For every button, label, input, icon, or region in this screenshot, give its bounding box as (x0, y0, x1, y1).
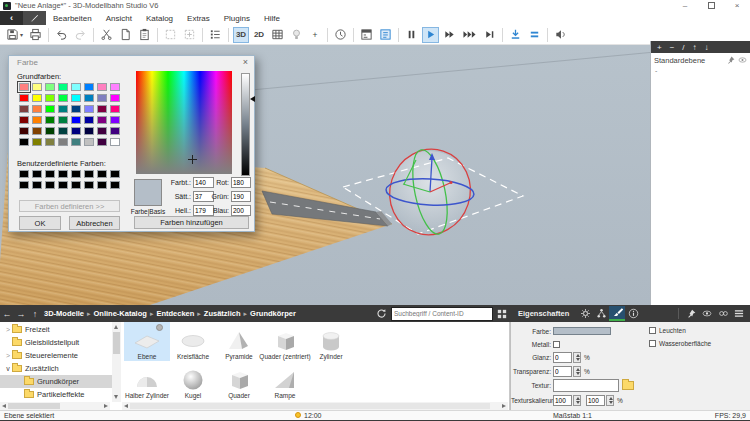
maximize-button[interactable] (698, 0, 724, 11)
chevron-right-icon[interactable]: > (4, 352, 12, 359)
appearance-tab[interactable] (609, 306, 625, 321)
catalog-item-quader[interactable]: Quader (216, 361, 262, 400)
sound-button[interactable] (552, 27, 569, 43)
menu-extras[interactable]: Extras (180, 11, 217, 25)
panel-menu-button[interactable] (731, 306, 747, 321)
custom-color-swatch[interactable] (19, 181, 29, 189)
basic-color-swatch[interactable] (32, 83, 42, 91)
luminance-slider-arrow[interactable] (250, 96, 255, 102)
ok-button[interactable]: OK (19, 216, 61, 230)
custom-color-swatch[interactable] (84, 170, 94, 178)
chevron-down-icon[interactable]: v (4, 365, 12, 372)
custom-color-swatch[interactable] (32, 170, 42, 178)
select-area-button[interactable] (162, 27, 179, 43)
basic-color-swatch[interactable] (45, 94, 55, 102)
move-down-button[interactable]: ↓ (705, 43, 709, 52)
cancel-button[interactable]: Abbrechen (69, 216, 120, 230)
custom-color-swatch[interactable] (71, 181, 81, 189)
scroll-thumb[interactable] (130, 403, 490, 409)
view-grid-icon[interactable] (497, 309, 507, 319)
tree-vertical-scrollbar[interactable] (112, 322, 121, 402)
basic-color-swatch[interactable] (84, 83, 94, 91)
custom-color-swatch[interactable] (97, 170, 107, 178)
scroll-down-arrow[interactable] (114, 395, 118, 399)
refresh-icon[interactable] (376, 308, 387, 319)
catalog-back-button[interactable]: ← (0, 309, 14, 319)
texture-scale-x-input[interactable] (553, 395, 572, 406)
faster-forward-button[interactable] (460, 27, 479, 43)
basic-color-swatch[interactable] (71, 94, 81, 102)
select-move-button[interactable] (181, 27, 198, 43)
redo-button[interactable] (72, 27, 89, 43)
basic-color-swatch[interactable] (19, 94, 29, 102)
basic-color-swatch[interactable] (19, 116, 29, 124)
items-horizontal-scrollbar[interactable] (122, 402, 508, 410)
minimize-button[interactable]: – (672, 0, 698, 11)
play-button[interactable] (422, 27, 439, 43)
menu-plugins[interactable]: Plugins (217, 11, 257, 25)
basic-color-swatch[interactable] (84, 116, 94, 124)
ground-snap-button[interactable] (507, 27, 524, 43)
light-button[interactable] (288, 27, 305, 43)
custom-color-swatch[interactable] (110, 181, 120, 189)
print-button[interactable] (27, 27, 44, 43)
luminance-slider[interactable] (241, 73, 250, 176)
blue-input[interactable] (231, 205, 251, 216)
basic-color-swatch[interactable] (32, 116, 42, 124)
link-button[interactable] (715, 306, 731, 321)
object-structure-tab[interactable] (593, 306, 609, 321)
basic-color-swatch[interactable] (110, 83, 120, 91)
metall-checkbox[interactable] (553, 341, 560, 348)
basic-color-swatch[interactable] (58, 127, 68, 135)
visibility-button[interactable] (699, 306, 715, 321)
scroll-left-arrow[interactable] (2, 404, 6, 408)
basic-color-swatch[interactable] (32, 105, 42, 113)
timer-button[interactable] (332, 27, 349, 43)
transparenz-stepper[interactable] (573, 366, 581, 377)
tree-item-partikeleffekte[interactable]: Partikeleffekte (0, 388, 112, 401)
basic-color-swatch[interactable] (58, 138, 68, 146)
color-crosshair[interactable] (188, 155, 197, 164)
basic-color-swatch[interactable] (19, 105, 29, 113)
basic-color-swatch[interactable] (45, 116, 55, 124)
menu-hilfe[interactable]: Hilfe (257, 11, 287, 25)
custom-color-swatch[interactable] (110, 170, 120, 178)
project-window-button[interactable] (358, 27, 375, 43)
breadcrumb-grundkoerper[interactable]: Grundkörper (250, 309, 296, 318)
add-object-button[interactable]: + (307, 27, 323, 43)
glanz-stepper[interactable] (573, 352, 581, 363)
basic-color-swatch[interactable] (97, 127, 107, 135)
pin-icon[interactable] (727, 56, 735, 64)
hue-saturation-field[interactable] (136, 71, 232, 174)
basic-color-swatch[interactable] (71, 138, 81, 146)
grid-button[interactable] (269, 27, 286, 43)
green-input[interactable] (231, 191, 251, 202)
tree-item-freizeit[interactable]: > Freizeit (0, 323, 112, 336)
layer-row-standardebene[interactable]: Standardebene (651, 53, 750, 67)
view-3d-button[interactable]: 3D (233, 27, 249, 43)
basic-color-swatch[interactable] (110, 127, 120, 135)
move-up-button[interactable]: ↑ (693, 43, 697, 52)
basic-color-swatch[interactable] (110, 138, 120, 146)
scroll-left-arrow[interactable] (124, 404, 128, 408)
catalog-item-pyramide[interactable]: Pyramide (216, 322, 262, 361)
custom-color-swatch[interactable] (19, 170, 29, 178)
scroll-right-arrow[interactable] (104, 404, 108, 408)
event-log-button[interactable] (377, 27, 394, 43)
basic-color-swatch[interactable] (97, 94, 107, 102)
breadcrumb-entdecken[interactable]: Entdecken (156, 309, 194, 318)
basic-color-swatch[interactable] (32, 94, 42, 102)
tree-horizontal-scrollbar[interactable] (0, 402, 110, 410)
cut-button[interactable] (98, 27, 115, 43)
menu-bearbeiten[interactable]: Bearbeiten (46, 11, 99, 25)
basic-color-swatch[interactable] (19, 138, 29, 146)
textur-input[interactable] (553, 379, 619, 392)
basic-color-swatch[interactable] (45, 83, 55, 91)
custom-color-swatch[interactable] (58, 181, 68, 189)
rename-layer-button[interactable]: / (682, 43, 684, 52)
tree-item-grundkoerper[interactable]: Grundkörper (0, 375, 112, 388)
catalog-item-zylinder[interactable]: Zylinder (308, 322, 354, 361)
basic-color-swatch[interactable] (45, 138, 55, 146)
catalog-item-ebene[interactable]: Ebene (124, 322, 170, 361)
catalog-item-rampe[interactable]: Rampe (262, 361, 308, 400)
